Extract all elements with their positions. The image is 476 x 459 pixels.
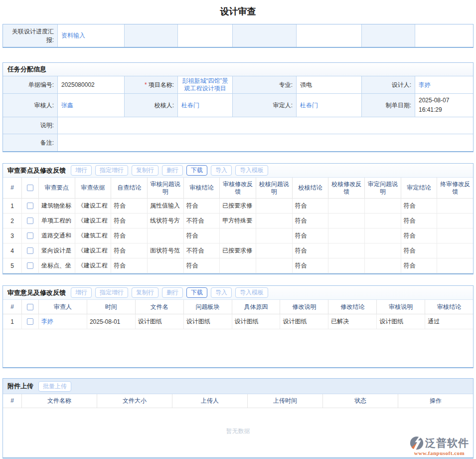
vendor-logo: 泛普软件 www.fanpusoft.com	[410, 436, 469, 456]
download-button[interactable]: 下载	[186, 165, 207, 176]
create-date-value: 2025-08-07 16:41:29	[415, 94, 473, 117]
fanpu-logo-icon	[410, 436, 424, 450]
required-asterisk: *	[145, 81, 147, 88]
delete-row-button[interactable]: 删行	[162, 287, 183, 298]
import-button[interactable]: 导入	[211, 287, 232, 298]
page-title: 设计审查	[0, 0, 476, 24]
task-info-title: 任务分配信息	[3, 63, 473, 76]
approver-label: 审定人:	[233, 94, 297, 117]
specialty-label: 专业:	[233, 76, 297, 94]
import-template-button[interactable]: 导入模板	[235, 287, 268, 298]
doc-no-label: 单据编号:	[3, 76, 58, 94]
description-value	[58, 117, 473, 134]
table-row: 4 竖向设计是 《建设工程 符合 面状符号范 不符合 已按要求修 符合 符合	[3, 243, 473, 258]
related-report-value: 资料输入	[58, 24, 125, 47]
attachments-header-row: # 文件名称 文件大小 上传人 上传时间 状态 操作	[3, 394, 473, 408]
row-checkbox[interactable]	[27, 232, 33, 239]
data-entry-link[interactable]: 资料输入	[61, 31, 85, 40]
vendor-name: 泛普软件	[425, 436, 469, 450]
row-checkbox[interactable]	[27, 218, 33, 224]
review-opinions-title: 审查意见及修改反馈	[7, 288, 66, 297]
approver-link[interactable]: 杜春门	[300, 101, 318, 110]
reviewer-value: 张鑫	[58, 94, 125, 117]
table-row: 1 李婷 2025-08-01 设计图纸 设计图纸 设计图纸 设计图纸 已解决 …	[3, 314, 473, 329]
remark-value	[58, 134, 473, 151]
related-report-box: 关联设计进度汇报: 资料输入	[2, 24, 474, 48]
designer-link[interactable]: 李婷	[419, 81, 431, 89]
select-all-checkbox[interactable]	[27, 304, 33, 310]
vendor-url: www.fanpusoft.com	[410, 450, 469, 456]
table-row: 3 道路交通和 《建筑工程 符合 符合 符合 符合	[3, 229, 473, 243]
attachments-title: 附件上传	[7, 382, 33, 391]
related-report-label: 关联设计进度汇报:	[3, 24, 58, 47]
add-row-at-button[interactable]: 指定增行	[95, 165, 128, 176]
attachments-section: 附件上传 批量上传 # 文件名称 文件大小 上传人 上传时间 状态 操作 暂无数…	[2, 378, 474, 459]
review-points-section: 审查要点及修改反馈 增行 指定增行 复制行 删行 下载 导入 导入模板 # 审查…	[2, 163, 474, 274]
select-all-checkbox[interactable]	[27, 185, 33, 191]
description-label: 说明:	[3, 117, 58, 134]
import-template-button[interactable]: 导入模板	[235, 165, 268, 176]
designer-label: 设计人:	[362, 76, 415, 94]
designer-value: 李婷	[415, 76, 473, 94]
specialty-value: 强电	[297, 76, 362, 94]
table-row: 5 坐标点、坐 《建设工程 符合 符合 符合 符合	[3, 258, 473, 273]
no-data-text: 暂无数据	[3, 427, 473, 436]
copy-row-button[interactable]: 复制行	[132, 287, 159, 298]
project-name-value: 彭祖新城“四馆”景观工程设计项目	[178, 76, 233, 94]
row-checkbox[interactable]	[27, 318, 33, 325]
doc-no-value: 2025080002	[58, 76, 125, 94]
batch-upload-button[interactable]: 批量上传	[38, 381, 71, 392]
row-checkbox[interactable]	[27, 203, 33, 209]
copy-row-button[interactable]: 复制行	[132, 165, 159, 176]
add-row-at-button[interactable]: 指定增行	[95, 287, 128, 298]
row-checkbox[interactable]	[27, 247, 33, 254]
review-opinions-header-row: # 审查人 时间 文件名 问题板块 具体原因 修改说明 修改结论 审核说明 审核…	[3, 300, 473, 314]
remark-label: 备注:	[3, 134, 58, 151]
table-row: 1 建筑物坐标 《建设工程 符合 属性值输入 符合 已按要求修 符合 符合	[3, 199, 473, 214]
reviewer-link[interactable]: 张鑫	[61, 101, 73, 110]
attachments-empty-body: 暂无数据 泛普软件 www.fanpusoft.com	[3, 408, 473, 458]
table-row: 2 单项工程的 《建设工程 符合 线状符号方 不符合 甲方特殊要 符合 符合	[3, 214, 473, 229]
empty-cell	[125, 24, 178, 47]
create-date-label: 制单日期:	[362, 94, 415, 117]
review-opinions-section: 审查意见及修改反馈 增行 指定增行 复制行 删行 下载 导入 导入模板 # 审查…	[2, 285, 474, 368]
empty-cell	[233, 24, 297, 47]
proofreader-label: 校核人:	[125, 94, 178, 117]
proofreader-link[interactable]: 杜春门	[181, 101, 199, 110]
download-button[interactable]: 下载	[186, 287, 207, 298]
empty-cell	[362, 24, 415, 47]
empty-cell	[415, 24, 473, 47]
reviewer-label: 审核人:	[3, 94, 58, 117]
review-points-toolbar: 审查要点及修改反馈 增行 指定增行 复制行 删行 下载 导入 导入模板	[3, 164, 473, 178]
empty-cell	[178, 24, 233, 47]
attachments-toolbar: 附件上传 批量上传	[3, 379, 473, 394]
approver-value: 杜春门	[297, 94, 362, 117]
delete-row-button[interactable]: 删行	[162, 165, 183, 176]
import-button[interactable]: 导入	[211, 165, 232, 176]
review-points-header-row: # 审查要点 审查依据 自查结论 审核问题说明 审核结论 审核修改反馈 校核问题…	[3, 178, 473, 199]
reviewer-person-link[interactable]: 李婷	[41, 317, 53, 326]
add-row-button[interactable]: 增行	[71, 165, 92, 176]
empty-table-space	[3, 329, 473, 367]
add-row-button[interactable]: 增行	[71, 287, 92, 298]
review-points-title: 审查要点及修改反馈	[7, 166, 66, 175]
row-checkbox[interactable]	[27, 262, 33, 269]
project-name-label: * 项目名称:	[125, 76, 178, 94]
empty-cell	[297, 24, 362, 47]
project-name-link[interactable]: 彭祖新城“四馆”景观工程设计项目	[181, 77, 229, 92]
task-info-section: 任务分配信息 单据编号: 2025080002 * 项目名称: 彭祖新城“四馆”…	[2, 62, 474, 152]
review-opinions-toolbar: 审查意见及修改反馈 增行 指定增行 复制行 删行 下载 导入 导入模板	[3, 286, 473, 300]
proofreader-value: 杜春门	[178, 94, 233, 117]
